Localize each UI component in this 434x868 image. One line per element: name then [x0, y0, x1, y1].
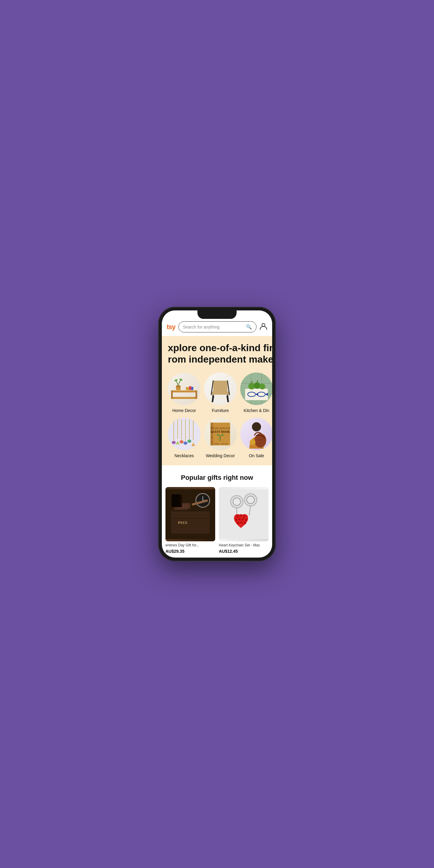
svg-rect-11 — [189, 386, 191, 390]
wallet-image: PAUL — [165, 487, 215, 541]
svg-rect-47 — [211, 423, 230, 445]
svg-point-57 — [252, 422, 261, 431]
home-decor-label: Home Decor — [173, 408, 196, 413]
svg-point-0 — [262, 323, 265, 327]
phone-frame: tsy Search for anything 🔍 xplore one-of-… — [158, 307, 276, 561]
popular-gifts-title: Popular gifts right now — [162, 465, 272, 487]
svg-point-31 — [259, 384, 265, 390]
scroll-content[interactable]: tsy Search for anything 🔍 xplore one-of-… — [162, 310, 272, 558]
categories-grid: Home Decor — [168, 373, 266, 458]
product-keychain[interactable]: Heart Keychain Set - Mac AU$12.45 — [219, 487, 269, 554]
search-icon: 🔍 — [246, 324, 252, 330]
svg-point-88 — [245, 518, 247, 521]
svg-point-30 — [254, 382, 260, 389]
wedding-decor-label: Wedding Decor — [206, 453, 235, 458]
kitchen-label: Kitchen & Din — [244, 408, 270, 413]
notch — [197, 310, 237, 319]
svg-point-84 — [243, 515, 246, 518]
svg-text:GUEST BOOK: GUEST BOOK — [211, 430, 230, 433]
svg-point-29 — [248, 383, 255, 390]
svg-text:PAUL: PAUL — [178, 521, 188, 525]
svg-point-44 — [187, 439, 191, 443]
svg-rect-1 — [171, 390, 197, 392]
furniture-label: Furniture — [212, 408, 229, 413]
svg-point-82 — [236, 515, 239, 518]
necklaces-label: Necklaces — [175, 453, 194, 458]
svg-point-52 — [211, 441, 213, 443]
svg-point-60 — [250, 439, 255, 445]
hero-section: xplore one-of-a-kind findsrom independen… — [162, 336, 272, 465]
category-on-sale[interactable]: On Sale — [240, 418, 272, 458]
svg-rect-18 — [213, 381, 227, 392]
svg-point-91 — [244, 522, 246, 524]
svg-rect-2 — [171, 397, 197, 399]
category-necklaces[interactable]: Necklaces — [168, 418, 200, 458]
svg-rect-62 — [171, 508, 210, 533]
category-furniture[interactable]: Furniture — [204, 373, 237, 413]
svg-rect-12 — [191, 387, 193, 390]
home-decor-image — [168, 373, 200, 405]
phone-screen: tsy Search for anything 🔍 xplore one-of-… — [162, 310, 272, 558]
on-sale-label: On Sale — [249, 453, 264, 458]
search-placeholder-text: Search for anything — [183, 324, 244, 330]
wedding-decor-image: PLEASE SIGN OUR GUEST BOOK CASEY + JACOB — [204, 418, 237, 450]
products-grid: PAUL — [162, 487, 272, 554]
svg-point-89 — [237, 522, 240, 524]
category-kitchen[interactable]: Kitchen & Din — [240, 373, 272, 413]
necklaces-image — [168, 418, 200, 450]
svg-point-87 — [241, 518, 244, 521]
furniture-image — [204, 373, 237, 405]
svg-rect-3 — [171, 390, 173, 399]
svg-point-83 — [240, 514, 242, 517]
on-sale-image — [240, 418, 272, 450]
svg-point-86 — [238, 518, 241, 521]
category-home-decor[interactable]: Home Decor — [168, 373, 200, 413]
account-icon[interactable] — [259, 322, 267, 332]
svg-point-85 — [235, 518, 238, 521]
svg-point-51 — [211, 436, 213, 438]
svg-point-7 — [174, 379, 178, 382]
svg-point-42 — [184, 441, 187, 445]
svg-point-10 — [186, 387, 189, 388]
svg-text:CASEY + JACOB: CASEY + JACOB — [213, 442, 227, 444]
svg-point-90 — [240, 521, 243, 524]
category-wedding-decor[interactable]: PLEASE SIGN OUR GUEST BOOK CASEY + JACOB — [204, 418, 237, 458]
product-wallet[interactable]: PAUL — [165, 487, 215, 554]
popular-gifts-section: Popular gifts right now — [162, 465, 272, 558]
svg-rect-34 — [168, 418, 200, 450]
svg-point-36 — [172, 441, 176, 444]
wallet-title: entines Day Gift for... — [165, 543, 215, 548]
search-bar[interactable]: Search for anything 🔍 — [179, 321, 256, 333]
svg-point-40 — [180, 440, 184, 443]
keychain-price: AU$12.45 — [219, 549, 269, 554]
svg-point-8 — [179, 378, 183, 381]
keychain-image — [219, 487, 269, 541]
svg-rect-74 — [172, 494, 180, 507]
hero-title: xplore one-of-a-kind findsrom independen… — [168, 342, 266, 365]
kitchen-image — [240, 373, 272, 405]
wallet-price: AU$29.35 — [165, 549, 215, 554]
svg-text:PLEASE SIGN OUR: PLEASE SIGN OUR — [211, 427, 230, 430]
etsy-logo: tsy — [167, 323, 176, 331]
camera-dot — [216, 313, 218, 316]
keychain-title: Heart Keychain Set - Mac — [219, 543, 269, 548]
svg-rect-4 — [195, 390, 197, 399]
svg-rect-75 — [219, 489, 269, 539]
